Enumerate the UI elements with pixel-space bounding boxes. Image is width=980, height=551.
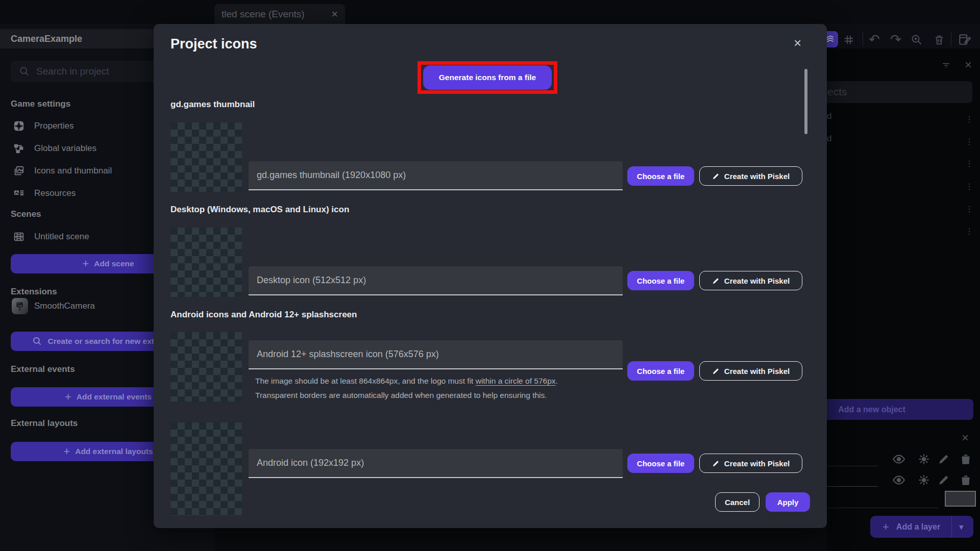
dialog-title: Project icons	[170, 36, 257, 52]
search-objects-visible-text: ects	[827, 86, 847, 98]
plus-icon: +	[82, 258, 89, 269]
search-placeholder: Search in project	[36, 66, 109, 77]
tab-scene-events[interactable]: tled scene (Events) ×	[214, 4, 345, 24]
section-game-settings: Game settings	[11, 99, 70, 109]
pencil-icon[interactable]	[937, 453, 950, 466]
project-icons-dialog: Project icons × Generate icons from a fi…	[154, 24, 827, 528]
redo-icon[interactable]: ↷	[889, 32, 902, 47]
pen-icon	[712, 460, 720, 467]
pen-icon	[712, 367, 720, 375]
android-splash-helper-text: The image should be at least 864x864px, …	[255, 374, 633, 403]
eye-icon[interactable]	[892, 453, 905, 466]
android-icon-checkerboard	[170, 422, 242, 516]
search-icon	[32, 336, 42, 346]
dialog-close-icon[interactable]: ×	[794, 36, 801, 49]
add-layer-button[interactable]: + Add a layer ▾	[870, 516, 973, 538]
effects-icon[interactable]	[917, 453, 930, 466]
plus-icon: +	[63, 446, 70, 457]
eye-icon[interactable]	[892, 473, 905, 487]
undo-icon[interactable]: ↶	[868, 32, 881, 47]
section-scenes: Scenes	[11, 209, 41, 219]
object-row-truncated: d	[827, 134, 831, 144]
section-label-gdgames: gd.games thumbnail	[170, 99, 255, 110]
plus-icon: +	[65, 391, 71, 403]
helper-dot: .	[556, 377, 558, 385]
choose-file-button[interactable]: Choose a file	[627, 271, 694, 290]
plus-icon: +	[883, 520, 889, 534]
smoothcamera-icon	[12, 298, 28, 314]
layer-value-field[interactable]	[945, 491, 976, 507]
layers-panel-close-icon[interactable]: ×	[960, 432, 971, 444]
create-with-piskel-button[interactable]: Create with Piskel	[699, 271, 802, 290]
gdgames-thumbnail-field[interactable]	[249, 161, 623, 190]
grid-icon[interactable]	[843, 34, 855, 46]
pen-icon	[712, 172, 720, 180]
kebab-menu-icon[interactable]: ⋮	[965, 160, 973, 168]
helper-line2: Transparent borders are automatically ad…	[255, 391, 547, 399]
create-with-piskel-button[interactable]: Create with Piskel	[699, 166, 802, 186]
resources-icon	[13, 188, 24, 199]
edit-scene-icon[interactable]	[958, 32, 972, 46]
helper-underlined: within a circle of 576px	[476, 377, 556, 385]
section-extensions: Extensions	[11, 287, 57, 297]
android-icon-field[interactable]	[249, 449, 623, 478]
section-label-android: Android icons and Android 12+ splashscre…	[170, 310, 357, 320]
sidebar-item-label: Global variables	[34, 143, 96, 154]
piskel-label: Create with Piskel	[724, 459, 790, 468]
piskel-label: Create with Piskel	[724, 172, 790, 181]
section-external-layouts: External layouts	[11, 418, 78, 429]
add-scene-label: Add scene	[94, 259, 134, 268]
generate-icons-button[interactable]: Generate icons from a file	[423, 65, 552, 90]
variables-tree-icon	[13, 143, 24, 154]
image-icon	[13, 165, 24, 177]
piskel-label: Create with Piskel	[724, 277, 790, 285]
sidebar-item-label: Resources	[34, 188, 76, 198]
gear-icon	[13, 120, 24, 132]
choose-file-button[interactable]: Choose a file	[627, 166, 694, 186]
object-row-truncated: d	[827, 111, 831, 121]
toolbar-divider	[863, 32, 863, 47]
modal-scrollbar[interactable]	[804, 69, 807, 134]
zoom-in-icon[interactable]	[910, 33, 923, 46]
create-with-piskel-button[interactable]: Create with Piskel	[699, 454, 802, 473]
toolbar-divider	[951, 32, 951, 47]
apply-button[interactable]: Apply	[766, 492, 810, 512]
thumbnail-preview-checkerboard	[170, 122, 242, 192]
tab-label: tled scene (Events)	[222, 9, 305, 20]
tab-close-icon[interactable]: ×	[324, 8, 345, 21]
kebab-menu-icon[interactable]: ⋮	[965, 205, 973, 213]
section-label-desktop: Desktop (Windows, macOS and Linux) icon	[170, 205, 349, 215]
trash-icon[interactable]	[959, 473, 972, 487]
piskel-label: Create with Piskel	[724, 367, 790, 375]
search-icon	[19, 66, 30, 77]
cancel-button[interactable]: Cancel	[715, 492, 760, 512]
android-splash-checkerboard	[170, 332, 242, 402]
choose-file-button[interactable]: Choose a file	[627, 454, 694, 473]
add-external-events-label: Add external events	[77, 392, 152, 402]
project-name: CameraExample	[11, 34, 82, 44]
desktop-icon-field[interactable]	[249, 266, 623, 295]
kebab-menu-icon[interactable]: ⋮	[965, 138, 973, 146]
gdevelop-app: tled scene (Events) × CameraExample Sear…	[0, 0, 980, 551]
create-with-piskel-button[interactable]: Create with Piskel	[699, 361, 802, 381]
kebab-menu-icon[interactable]: ⋮	[965, 115, 973, 123]
effects-icon[interactable]	[917, 473, 930, 487]
add-external-layouts-label: Add external layouts	[75, 447, 153, 456]
trash-icon[interactable]	[959, 453, 972, 466]
add-new-object-label: Add a new object	[838, 405, 905, 414]
kebab-menu-icon[interactable]: ⋮	[965, 228, 973, 236]
trash-icon[interactable]	[933, 33, 946, 46]
add-layer-label: Add a layer	[896, 522, 940, 532]
sidebar-item-label: Properties	[34, 121, 74, 131]
film-scene-icon	[13, 231, 24, 242]
android-splashscreen-field[interactable]	[249, 340, 623, 369]
choose-file-button[interactable]: Choose a file	[627, 361, 694, 381]
kebab-menu-icon[interactable]: ⋮	[965, 183, 973, 191]
desktop-preview-checkerboard	[170, 228, 242, 297]
panel-close-icon[interactable]: ×	[963, 59, 974, 71]
caret-down-icon[interactable]: ▾	[952, 522, 970, 532]
pen-icon	[712, 277, 720, 285]
highlight-annotation: Generate icons from a file	[418, 61, 557, 94]
filter-icon[interactable]	[941, 60, 951, 70]
pencil-icon[interactable]	[937, 473, 950, 487]
